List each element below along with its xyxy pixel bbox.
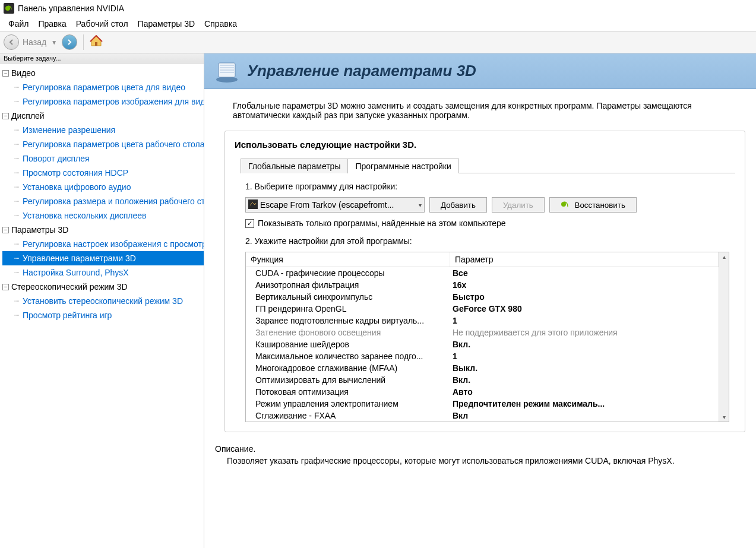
forward-button[interactable] [62,34,77,50]
show-only-row: ✓ Показывать только программы, найденные… [245,218,729,228]
grid-cell-parameter: Вкл. [450,340,719,349]
menu-desktop[interactable]: Рабочий стол [71,19,133,28]
scroll-down-icon[interactable]: ▾ [723,413,726,422]
back-button[interactable] [4,34,19,50]
window-title: Панель управления NVIDIA [18,4,124,13]
main-panel: Управление параметрами 3D Глобальные пар… [204,53,756,548]
grid-cell-function: Многокадровое сглаживание (MFAA) [246,363,450,373]
grid-cell-parameter: Вкл. [450,375,719,385]
tree-item[interactable]: Управление параметрами 3D [2,251,204,265]
content-area: Выберите задачу... −ВидеоРегулировка пар… [0,53,756,548]
scroll-up-icon[interactable]: ▴ [723,252,726,261]
tab-program[interactable]: Программные настройки [347,159,458,173]
grid-cell-parameter: Авто [450,387,719,397]
grid-header: Функция Параметр [246,252,719,267]
svg-rect-5 [248,199,258,209]
grid-row[interactable]: Заранее подготовленные кадры виртуаль...… [246,315,719,327]
tree-item[interactable]: Регулировка параметров цвета рабочего ст… [2,137,204,151]
grid-row[interactable]: Многокадровое сглаживание (MFAA)Выкл. [246,362,719,374]
grid-cell-parameter: 16x [450,280,719,290]
tree-item[interactable]: Настройка Surround, PhysX [2,265,204,280]
grid-row[interactable]: Оптимизировать для вычисленийВкл. [246,374,719,386]
page-header: Управление параметрами 3D [204,53,756,89]
tree-item[interactable]: Установка цифрового аудио [2,180,204,194]
back-label: Назад [23,37,46,47]
grid-row[interactable]: Анизотропная фильтрация16x [246,279,719,291]
menu-file[interactable]: Файл [4,19,33,28]
grid-cell-function: Оптимизировать для вычислений [246,375,450,385]
grid-cell-function: Режим управления электропитанием [246,399,450,408]
program-icon [248,199,258,211]
history-dropdown-icon[interactable]: ▼ [50,39,58,46]
grid-cell-parameter: Предпочтителен режим максималь... [450,399,719,408]
step1-label: 1. Выберите программу для настройки: [245,182,729,191]
restore-label: Восстановить [575,201,625,210]
grid-row[interactable]: Вертикальный синхроимпульсБыстро [246,291,719,303]
grid-row[interactable]: Потоковая оптимизацияАвто [246,386,719,398]
tab-global[interactable]: Глобальные параметры [241,159,348,173]
tree-item[interactable]: Регулировка параметров цвета для видео [2,80,204,94]
description-body: Позволяет указать графические процессоры… [227,456,745,465]
page-header-icon [214,58,240,84]
tree-category[interactable]: −Видео [2,66,204,80]
tree-toggle-icon[interactable]: − [2,227,9,233]
intro-text: Глобальные параметры 3D можно заменить и… [233,101,738,120]
step2-label: 2. Укажите настройки для этой программы: [245,236,729,246]
tree-item[interactable]: Регулировка настроек изображения с просм… [2,237,204,251]
grid-cell-function: CUDA - графические процессоры [246,268,450,278]
main-body: Глобальные параметры 3D можно заменить и… [204,89,756,474]
grid-row[interactable]: Сглаживание - FXAAВкл [246,410,719,422]
grid-cell-function: Вертикальный синхроимпульс [246,292,450,302]
col-parameter[interactable]: Параметр [450,252,719,267]
tree-category-label: Параметры 3D [11,223,68,237]
task-header: Выберите задачу... [0,53,204,64]
svg-rect-2 [95,42,97,46]
grid-cell-function: Максимальное количество заранее подго... [246,351,450,361]
restore-button[interactable]: Восстановить [549,197,637,213]
program-selected: Escape From Tarkov (escapefromt... [260,200,394,210]
show-only-checkbox[interactable]: ✓ [245,219,254,228]
grid-cell-function: Затенение фонового освещения [246,328,450,337]
tree-item[interactable]: Просмотр состояния HDCP [2,166,204,180]
grid-cell-parameter: 1 [450,316,719,325]
tree-item[interactable]: Установка нескольких дисплеев [2,208,204,223]
tree-category[interactable]: −Параметры 3D [2,223,204,237]
grid-row[interactable]: Затенение фонового освещенияНе поддержив… [246,327,719,338]
grid-row[interactable]: Максимальное количество заранее подго...… [246,350,719,362]
add-button[interactable]: Добавить [429,197,487,213]
tree-item[interactable]: Просмотр рейтинга игр [2,308,204,322]
program-row: Escape From Tarkov (escapefromt... ▾ Доб… [245,197,729,213]
program-select[interactable]: Escape From Tarkov (escapefromt... ▾ [245,197,425,213]
menu-help[interactable]: Справка [200,19,242,28]
toolbar: Назад ▼ [0,31,756,53]
tree-toggle-icon[interactable]: − [2,284,9,290]
tree-item[interactable]: Регулировка параметров изображения для в… [2,94,204,109]
tab-body: 1. Выберите программу для настройки: Esc… [235,173,735,422]
tree-category-label: Видео [11,66,36,80]
tree-category[interactable]: −Дисплей [2,109,204,123]
grid-cell-function: Анизотропная фильтрация [246,280,450,290]
grid-cell-function: Сглаживание - FXAA [246,411,450,420]
grid-cell-function: Кэширование шейдеров [246,340,450,349]
grid-row[interactable]: Кэширование шейдеровВкл. [246,338,719,350]
tree-item[interactable]: Изменение разрешения [2,123,204,137]
title-bar: Панель управления NVIDIA [0,0,756,17]
tree-item[interactable]: Установить стереоскопический режим 3D [2,294,204,308]
tree-toggle-icon[interactable]: − [2,113,9,119]
grid-row[interactable]: CUDA - графические процессорыВсе [246,267,719,279]
menu-edit[interactable]: Правка [33,19,71,28]
home-button[interactable] [90,35,103,50]
col-function[interactable]: Функция [246,252,450,267]
grid-scrollbar[interactable]: ▴ ▾ [719,252,729,422]
tree-category[interactable]: −Стереоскопический режим 3D [2,280,204,294]
grid-row[interactable]: Режим управления электропитаниемПредпочт… [246,398,719,410]
tree-item[interactable]: Регулировка размера и положения рабочего… [2,194,204,208]
sidebar: Выберите задачу... −ВидеоРегулировка пар… [0,53,204,548]
grid-cell-parameter: Не поддерживается для этого приложения [450,328,719,337]
tree-toggle-icon[interactable]: − [2,70,9,77]
grid-cell-function: ГП рендеринга OpenGL [246,304,450,313]
menu-3d-params[interactable]: Параметры 3D [133,19,200,28]
tree-item[interactable]: Поворот дисплея [2,151,204,166]
grid-row[interactable]: ГП рендеринга OpenGLGeForce GTX 980 [246,303,719,315]
show-only-label: Показывать только программы, найденные н… [258,218,506,228]
